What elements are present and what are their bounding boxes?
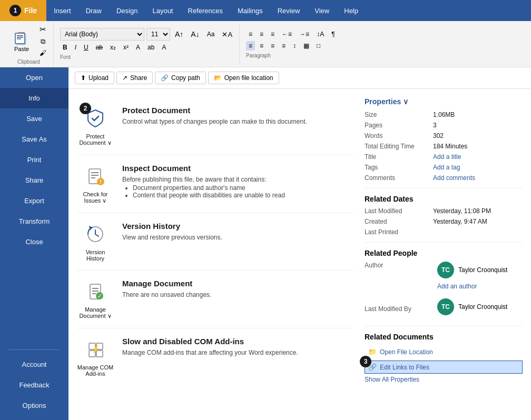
prop-size-row: Size 1.06MB xyxy=(365,111,523,118)
svg-rect-16 xyxy=(92,293,96,294)
file-tab[interactable]: 1 File xyxy=(0,0,46,21)
sidebar-item-feedback[interactable]: Feedback xyxy=(0,375,68,395)
outdent-button[interactable]: ←≡ xyxy=(279,29,294,39)
last-modified-label: Last Modified xyxy=(365,207,433,215)
font-grow-button[interactable]: A↑ xyxy=(172,29,186,39)
related-dates-title: Related Dates xyxy=(365,195,523,203)
superscript-button[interactable]: x² xyxy=(121,43,131,52)
tab-references[interactable]: References xyxy=(181,0,230,21)
svg-text:⚡: ⚡ xyxy=(91,345,101,354)
inspect-icon: ! xyxy=(83,164,108,189)
open-location-button[interactable]: 📂 Open file location xyxy=(208,72,279,84)
align-left-button[interactable]: ≡ xyxy=(246,41,255,51)
last-modified-by-row: Last Modified By TC Taylor Croonquist xyxy=(365,298,523,319)
sidebar-item-close[interactable]: Close xyxy=(0,232,68,252)
multilevel-button[interactable]: ≡ xyxy=(268,29,277,39)
change-case-button[interactable]: Aa xyxy=(204,29,218,39)
cut-button[interactable]: ✂ xyxy=(37,24,49,35)
sidebar-item-print[interactable]: Print xyxy=(0,149,68,170)
inspect-label: Check forIssues ∨ xyxy=(83,191,107,204)
file-tab-label: File xyxy=(24,6,37,15)
author-avatar: TC xyxy=(437,262,454,278)
tab-design[interactable]: Design xyxy=(109,0,145,21)
manage-icon-area[interactable]: ✓ ManageDocument ∨ xyxy=(77,279,114,319)
numbering-button[interactable]: ≡ xyxy=(257,29,266,39)
info-content: 2 ProtectDocument ∨ Protect Document Con… xyxy=(68,89,531,420)
content-area: ⬆ Upload ↗ Share 🔗 Copy path 📂 Open file… xyxy=(68,67,531,420)
add-author-link[interactable]: Add an author xyxy=(437,283,507,290)
borders-button[interactable]: □ xyxy=(314,41,323,51)
clear-format-button[interactable]: ✕A xyxy=(219,29,235,39)
copy-button[interactable]: ⧉ xyxy=(37,36,49,47)
sidebar-item-open[interactable]: Open xyxy=(0,67,68,88)
shading-button[interactable]: ▦ xyxy=(301,41,312,51)
sidebar-item-transform[interactable]: Transform xyxy=(0,211,68,232)
sidebar-item-options[interactable]: Options xyxy=(0,395,68,416)
font-shrink-button[interactable]: A↓ xyxy=(188,29,202,39)
highlight-button[interactable]: ab xyxy=(145,43,157,52)
com-icon-area[interactable]: ⚡ Manage COMAdd-ins xyxy=(77,337,114,377)
show-all-properties-link[interactable]: Show All Properties xyxy=(365,376,523,383)
sidebar-item-account[interactable]: Account xyxy=(0,354,68,375)
svg-rect-5 xyxy=(17,38,21,39)
prop-divider-1 xyxy=(365,188,523,188)
tab-review[interactable]: Review xyxy=(270,0,308,21)
prop-pages-row: Pages 3 xyxy=(365,122,523,129)
tab-draw[interactable]: Draw xyxy=(78,0,109,21)
prop-editing-value: 184 Minutes xyxy=(433,143,467,150)
sidebar-item-info[interactable]: Info xyxy=(0,88,68,108)
prop-tags-value[interactable]: Add a tag xyxy=(433,164,460,171)
version-icon-area[interactable]: VersionHistory xyxy=(77,222,114,262)
subscript-button[interactable]: x₂ xyxy=(107,43,119,52)
sidebar-item-export[interactable]: Export xyxy=(0,191,68,211)
tab-help[interactable]: Help xyxy=(337,0,366,21)
font-family-select[interactable]: Arial (Body) xyxy=(60,28,144,41)
created-label: Created xyxy=(365,218,433,225)
line-spacing-button[interactable]: ↕ xyxy=(290,41,299,51)
sidebar-item-save-as[interactable]: Save As xyxy=(0,129,68,149)
svg-text:!: ! xyxy=(100,179,101,185)
copy-path-button[interactable]: 🔗 Copy path xyxy=(155,72,206,84)
font-section: Arial (Body) 11 A↑ A↓ Aa ✕A B I U ab x₂ … xyxy=(56,23,240,65)
share-icon: ↗ xyxy=(122,74,127,82)
shade-button[interactable]: A xyxy=(159,43,169,52)
tab-mailings[interactable]: Mailings xyxy=(230,0,270,21)
last-modified-by-label: Last Modified By xyxy=(365,305,433,313)
justify-button[interactable]: ≡ xyxy=(279,41,288,51)
prop-title-value[interactable]: Add a title xyxy=(433,153,461,161)
prop-title-row: Title Add a title xyxy=(365,153,523,161)
align-center-button[interactable]: ≡ xyxy=(257,41,266,51)
last-modified-name: Taylor Croonquist xyxy=(458,303,507,311)
paste-button[interactable]: Paste xyxy=(8,26,35,55)
share-file-button[interactable]: ↗ Share xyxy=(116,72,153,84)
properties-title[interactable]: Properties ∨ xyxy=(365,97,523,106)
tab-layout[interactable]: Layout xyxy=(145,0,180,21)
prop-comments-value[interactable]: Add comments xyxy=(433,174,475,182)
align-right-button[interactable]: ≡ xyxy=(268,41,277,51)
font-size-select[interactable]: 11 xyxy=(146,28,170,41)
strikethrough-button[interactable]: ab xyxy=(93,43,105,52)
show-para-button[interactable]: ¶ xyxy=(329,29,337,39)
italic-button[interactable]: I xyxy=(72,43,79,52)
upload-button[interactable]: ⬆ Upload xyxy=(75,72,114,84)
underline-button[interactable]: U xyxy=(81,43,91,52)
bullets-button[interactable]: ≡ xyxy=(246,29,255,39)
protect-icon-area[interactable]: 2 ProtectDocument ∨ xyxy=(77,106,114,146)
tab-insert[interactable]: Insert xyxy=(46,0,78,21)
ribbon: 1 File Insert Draw Design Layout Referen… xyxy=(0,0,531,21)
inspect-icon-area[interactable]: ! Check forIssues ∨ xyxy=(77,164,114,204)
sidebar-item-save[interactable]: Save xyxy=(0,108,68,129)
sidebar-item-share[interactable]: Share xyxy=(0,170,68,191)
indent-button[interactable]: →≡ xyxy=(297,29,312,39)
sort-button[interactable]: ↕A xyxy=(314,29,327,39)
tab-view[interactable]: View xyxy=(307,0,337,21)
font-label: Font xyxy=(60,54,235,60)
last-printed-row: Last Printed xyxy=(365,228,523,236)
edit-links-row[interactable]: 3 🔗 Edit Links to Files xyxy=(365,361,523,374)
version-text: Version History View and restore previou… xyxy=(122,222,354,242)
bold-button[interactable]: B xyxy=(60,43,70,52)
format-painter-button[interactable]: 🖌 xyxy=(37,48,49,58)
author-label: Author xyxy=(365,262,433,269)
open-file-location-row[interactable]: 📁 Open File Location xyxy=(365,345,523,358)
font-color-button[interactable]: A xyxy=(133,43,143,52)
